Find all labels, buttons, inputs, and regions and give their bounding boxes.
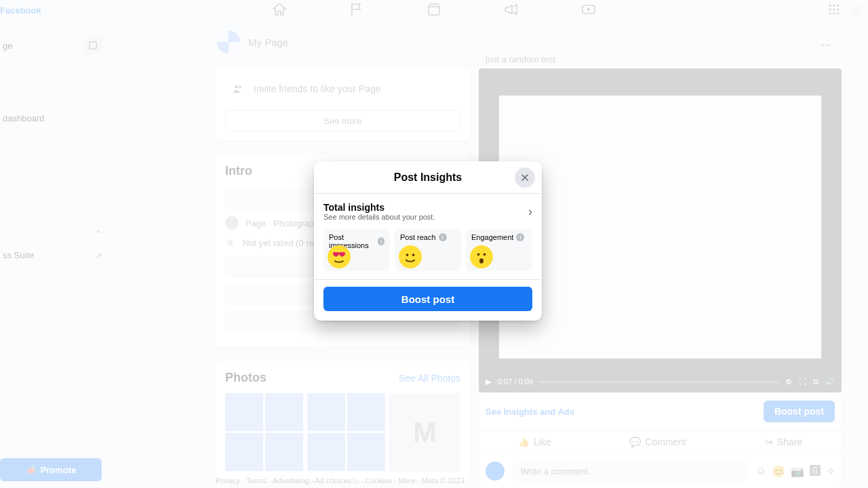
metric-reach[interactable]: Post reachi — [395, 229, 461, 271]
svg-point-20 — [477, 253, 480, 256]
info-icon: i — [378, 237, 384, 245]
total-insights-title: Total insights — [323, 202, 435, 213]
smile-emoji-icon — [399, 245, 422, 268]
total-insights-row[interactable]: Total insights See more details about yo… — [323, 202, 532, 221]
svg-point-17 — [406, 253, 409, 256]
svg-point-21 — [484, 253, 486, 256]
surprised-emoji-icon — [470, 245, 493, 268]
hearteyes-emoji-icon — [328, 245, 351, 268]
close-button[interactable] — [515, 167, 535, 188]
svg-point-16 — [401, 248, 420, 266]
info-icon: i — [516, 233, 524, 241]
metric-engagement[interactable]: Engagementi — [466, 229, 532, 271]
info-icon: i — [439, 233, 447, 241]
modal-title: Post Insights — [394, 171, 462, 184]
total-insights-subtitle: See more details about your post. — [323, 213, 435, 221]
boost-post-button[interactable]: Boost post — [323, 287, 532, 311]
svg-point-22 — [479, 258, 484, 264]
svg-point-18 — [412, 253, 415, 256]
svg-point-15 — [330, 248, 349, 266]
close-icon — [520, 173, 530, 182]
post-insights-modal: Post Insights Total insights See more de… — [314, 161, 542, 321]
metric-impressions[interactable]: Post impressionsi — [323, 229, 390, 271]
chevron-right-icon: › — [528, 205, 532, 219]
